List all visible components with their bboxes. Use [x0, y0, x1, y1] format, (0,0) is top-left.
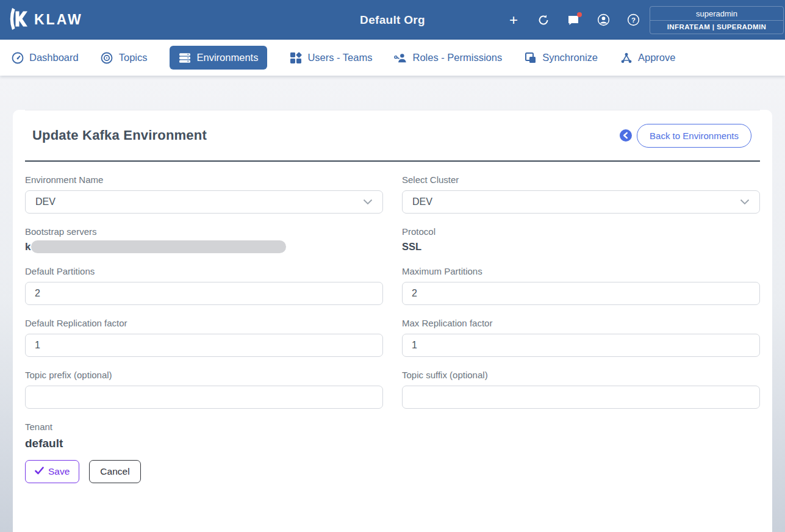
- default-replication-field: Default Replication factor: [25, 318, 383, 357]
- svg-text:?: ?: [631, 16, 636, 24]
- heading-row: Update Kafka Environment Back to Environ…: [25, 110, 760, 160]
- environments-icon: [179, 51, 192, 64]
- refresh-icon[interactable]: [537, 13, 550, 27]
- cancel-button[interactable]: Cancel: [89, 460, 140, 483]
- chevron-down-icon: [363, 196, 373, 207]
- select-cluster-select[interactable]: DEV: [402, 190, 760, 214]
- nav-item-label: Environments: [197, 52, 259, 63]
- save-button-label: Save: [48, 466, 70, 477]
- maximum-partitions-input[interactable]: [402, 282, 760, 305]
- bootstrap-servers-visible-text: k: [25, 241, 30, 253]
- page-title: Update Kafka Environment: [32, 128, 207, 143]
- max-replication-field: Max Replication factor: [402, 318, 760, 357]
- bootstrap-servers-value: k: [25, 240, 383, 253]
- environment-name-field: Environment Name DEV: [25, 174, 383, 214]
- synchronize-icon: [524, 51, 537, 64]
- back-to-environments-button[interactable]: Back to Environments: [637, 124, 751, 148]
- nav-item-approve[interactable]: Approve: [620, 51, 675, 64]
- nav-item-label: Synchronize: [542, 52, 598, 63]
- max-replication-input[interactable]: [402, 334, 760, 357]
- app-header: KLAW Default Org + ?: [0, 0, 785, 40]
- nav-item-dashboard[interactable]: Dashboard: [11, 51, 79, 64]
- topic-suffix-input[interactable]: [402, 386, 760, 409]
- main-nav: Dashboard Topics Environments: [0, 40, 785, 76]
- bootstrap-servers-field: Bootstrap servers k: [25, 226, 383, 253]
- brand-name: KLAW: [34, 12, 83, 28]
- spacer: [402, 409, 760, 450]
- nav-item-label: Roles - Permissions: [412, 52, 502, 63]
- topic-suffix-label: Topic suffix (optional): [402, 370, 760, 380]
- protocol-field: Protocol SSL: [402, 226, 760, 253]
- nav-item-synchronize[interactable]: Synchronize: [524, 51, 598, 64]
- topics-icon: [101, 51, 113, 64]
- default-replication-input[interactable]: [25, 334, 383, 357]
- nav-item-users-teams[interactable]: Users - Teams: [289, 51, 372, 64]
- tenant-label: Tenant: [25, 422, 383, 432]
- help-icon[interactable]: ?: [626, 13, 640, 27]
- save-button[interactable]: Save: [25, 460, 79, 483]
- notification-badge: [577, 12, 582, 17]
- default-partitions-input[interactable]: [25, 282, 383, 305]
- user-icon[interactable]: [597, 13, 610, 27]
- protocol-label: Protocol: [402, 226, 760, 237]
- default-partitions-field: Default Partitions: [25, 266, 383, 305]
- nav-item-label: Approve: [638, 52, 675, 63]
- form-actions: Save Cancel: [25, 460, 760, 483]
- max-replication-label: Max Replication factor: [402, 318, 760, 328]
- bootstrap-servers-label: Bootstrap servers: [25, 226, 383, 237]
- brand[interactable]: KLAW: [7, 7, 83, 33]
- chat-icon[interactable]: [567, 13, 580, 27]
- select-cluster-field: Select Cluster DEV: [402, 174, 760, 214]
- users-teams-icon: [289, 51, 302, 64]
- approve-icon: [620, 51, 633, 64]
- nav-item-roles-permissions[interactable]: Roles - Permissions: [394, 51, 502, 64]
- nav-item-label: Topics: [119, 52, 148, 63]
- klaw-logo-icon: [7, 7, 28, 33]
- select-cluster-label: Select Cluster: [402, 174, 760, 185]
- topic-prefix-field: Topic prefix (optional): [25, 370, 383, 409]
- page-background: Update Kafka Environment Back to Environ…: [0, 76, 785, 532]
- username: superadmin: [650, 7, 783, 20]
- roles-permissions-icon: [394, 51, 407, 64]
- tenant-value: default: [25, 437, 383, 450]
- protocol-value: SSL: [402, 241, 760, 253]
- nav-item-label: Dashboard: [29, 52, 79, 63]
- environment-form: Environment Name DEV Select Cluster DEV: [25, 162, 760, 450]
- dashboard-icon: [11, 51, 24, 64]
- maximum-partitions-field: Maximum Partitions: [402, 266, 760, 305]
- nav-item-environments[interactable]: Environments: [170, 46, 268, 70]
- org-title: Default Org: [360, 13, 425, 27]
- environment-name-label: Environment Name: [25, 174, 383, 185]
- chevron-down-icon: [740, 196, 750, 207]
- plus-icon[interactable]: +: [507, 13, 520, 27]
- default-partitions-label: Default Partitions: [25, 266, 383, 276]
- topic-prefix-label: Topic prefix (optional): [25, 370, 383, 380]
- environment-name-value: DEV: [35, 196, 56, 207]
- topic-prefix-input[interactable]: [25, 386, 383, 409]
- nav-item-label: Users - Teams: [307, 52, 372, 63]
- back-wrap: Back to Environments: [620, 124, 751, 148]
- default-replication-label: Default Replication factor: [25, 318, 383, 328]
- header-actions: + ?: [507, 13, 640, 27]
- user-panel[interactable]: superadmin INFRATEAM | SUPERADMIN: [650, 6, 784, 34]
- nav-item-topics[interactable]: Topics: [101, 51, 148, 64]
- tenant-field: Tenant default: [25, 422, 383, 450]
- arrow-left-circle-icon[interactable]: [620, 129, 632, 142]
- select-cluster-value: DEV: [412, 196, 432, 207]
- check-icon: [35, 466, 44, 477]
- environment-name-select[interactable]: DEV: [25, 190, 383, 214]
- team-role: INFRATEAM | SUPERADMIN: [650, 20, 783, 34]
- update-environment-card: Update Kafka Environment Back to Environ…: [13, 110, 772, 532]
- redaction-bar: [31, 240, 286, 253]
- topic-suffix-field: Topic suffix (optional): [402, 370, 760, 409]
- maximum-partitions-label: Maximum Partitions: [402, 266, 760, 276]
